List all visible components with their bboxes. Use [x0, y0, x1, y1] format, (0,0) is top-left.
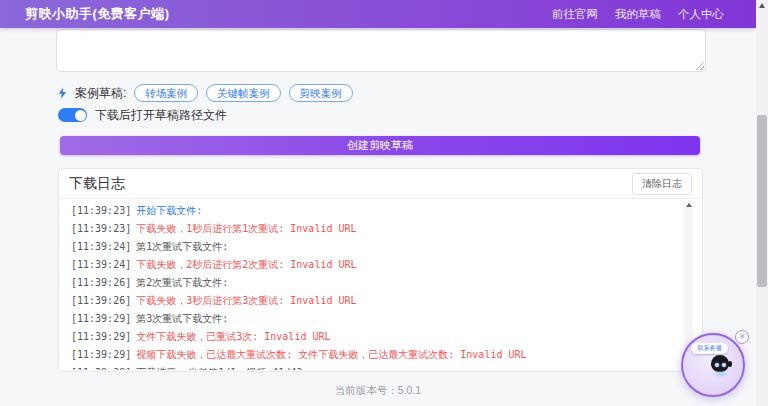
log-timestamp: [11:39:24]: [71, 241, 131, 252]
log-panel-title: 下载日志: [69, 175, 125, 193]
log-line: [11:39:24]下载失败，2秒后进行第2次重试: Invalid URL: [71, 256, 678, 274]
app-header: 剪映小助手(免费客户端) 前往官网我的草稿个人中心: [0, 0, 756, 28]
example-buttons: 转场案例关键帧案例剪映案例: [134, 84, 353, 102]
log-timestamp: [11:39:29]: [71, 331, 131, 342]
log-lines: [11:39:23]开始下载文件:[11:39:23]下载失败，1秒后进行第1次…: [71, 202, 678, 370]
log-message: 第3次重试下载文件:: [136, 313, 228, 324]
log-line: [11:39:29]第3次重试下载文件:: [71, 310, 678, 328]
page-scrollbar[interactable]: [756, 0, 768, 406]
header-nav: 前往官网我的草稿个人中心: [552, 7, 724, 22]
download-log-panel: 下载日志 清除日志 [11:39:23]开始下载文件:[11:39:23]下载失…: [58, 168, 703, 372]
log-line: [11:39:23]开始下载文件:: [71, 202, 678, 220]
log-message: 开始下载文件:: [136, 205, 202, 216]
log-scroll-up-arrow-icon[interactable]: [686, 203, 692, 207]
robot-icon: [709, 353, 733, 377]
example-button-transition-example[interactable]: 转场案例: [134, 84, 198, 102]
log-timestamp: [11:39:26]: [71, 277, 131, 288]
log-line: [11:39:23]下载失败，1秒后进行第1次重试: Invalid URL: [71, 220, 678, 238]
log-body: [11:39:23]开始下载文件:[11:39:23]下载失败，1秒后进行第1次…: [59, 199, 702, 370]
log-timestamp: [11:39:23]: [71, 223, 131, 234]
nav-official-site[interactable]: 前往官网: [552, 7, 598, 22]
log-timestamp: [11:39:29]: [71, 313, 131, 324]
log-line: [11:39:26]第2次重试下载文件:: [71, 274, 678, 292]
examples-label: 案例草稿:: [75, 85, 126, 102]
log-timestamp: [11:39:29]: [71, 349, 131, 360]
assistant-widget[interactable]: 联系客服: [681, 333, 745, 397]
robot-head: [711, 355, 729, 372]
log-line: [11:39:26]下载失败，3秒后进行第3次重试: Invalid URL: [71, 292, 678, 310]
log-line: [11:39:29]文件下载失败，已重试3次: Invalid URL: [71, 328, 678, 346]
version-label: 当前版本号：5.0.1: [0, 384, 756, 398]
robot-ear-icon: [728, 361, 732, 367]
log-message: 下载失败，3秒后进行第3次重试: Invalid URL: [136, 295, 356, 306]
robot-eye-icon: [715, 363, 719, 367]
clear-log-button[interactable]: 清除日志: [632, 173, 692, 195]
log-message: 下载进度: 当前第1/1，视频 41/42: [136, 367, 302, 370]
open-path-toggle[interactable]: [58, 108, 87, 122]
assistant-close-icon[interactable]: [735, 330, 749, 344]
log-timestamp: [11:39:23]: [71, 205, 131, 216]
log-message: 视频下载失败，已达最大重试次数: 文件下载失败，已达最大重试次数: Invali…: [136, 349, 526, 360]
open-path-toggle-label: 下载后打开草稿路径文件: [95, 107, 227, 124]
nav-my-drafts[interactable]: 我的草稿: [615, 7, 661, 22]
log-message: 第1次重试下载文件:: [136, 241, 228, 252]
log-timestamp: [11:39:24]: [71, 259, 131, 270]
log-line: [11:39:29]视频下载失败，已达最大重试次数: 文件下载失败，已达最大重试…: [71, 346, 678, 364]
log-line: [11:39:29]下载进度: 当前第1/1，视频 41/42: [71, 364, 678, 370]
example-button-jianying-example[interactable]: 剪映案例: [289, 84, 353, 102]
log-header: 下载日志 清除日志: [59, 169, 702, 199]
log-message: 第2次重试下载文件:: [136, 277, 228, 288]
lightning-bolt-icon: [58, 87, 67, 99]
page-scrollbar-thumb[interactable]: [757, 115, 767, 287]
example-button-keyframe-example[interactable]: 关键帧案例: [206, 84, 281, 102]
log-message: 文件下载失败，已重试3次: Invalid URL: [136, 331, 330, 342]
draft-input[interactable]: [56, 29, 706, 72]
log-timestamp: [11:39:26]: [71, 295, 131, 306]
create-draft-button[interactable]: 创建剪映草稿: [60, 136, 700, 155]
robot-glow: [714, 372, 727, 376]
nav-personal-center[interactable]: 个人中心: [678, 7, 724, 22]
robot-eye-icon: [722, 363, 726, 367]
log-timestamp: [11:39:29]: [71, 367, 131, 370]
log-message: 下载失败，2秒后进行第2次重试: Invalid URL: [136, 259, 356, 270]
app-title: 剪映小助手(免费客户端): [25, 5, 170, 23]
log-line: [11:39:24]第1次重试下载文件:: [71, 238, 678, 256]
scroll-up-arrow-icon[interactable]: [759, 3, 765, 8]
log-message: 下载失败，1秒后进行第1次重试: Invalid URL: [136, 223, 356, 234]
examples-row: 案例草稿: 转场案例关键帧案例剪映案例: [58, 84, 353, 102]
toggle-knob: [75, 110, 86, 121]
open-path-toggle-row: 下载后打开草稿路径文件: [58, 107, 227, 123]
